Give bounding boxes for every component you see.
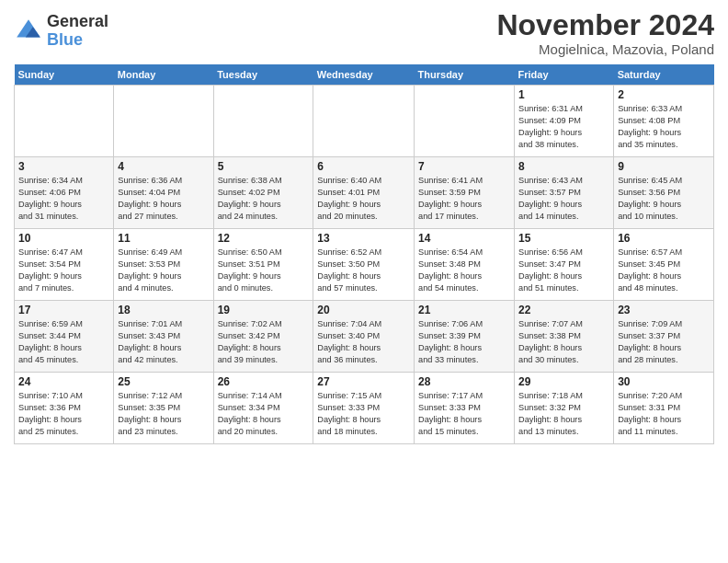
calendar-cell: 10Sunrise: 6:47 AM Sunset: 3:54 PM Dayli… bbox=[15, 229, 114, 301]
day-number: 19 bbox=[218, 304, 310, 316]
day-info: Sunrise: 7:06 AM Sunset: 3:39 PM Dayligh… bbox=[418, 318, 510, 366]
day-number: 14 bbox=[418, 232, 510, 245]
day-number: 11 bbox=[118, 232, 209, 245]
day-info: Sunrise: 6:43 AM Sunset: 3:57 PM Dayligh… bbox=[518, 175, 609, 223]
day-number: 1 bbox=[518, 88, 609, 101]
calendar-week-row: 10Sunrise: 6:47 AM Sunset: 3:54 PM Dayli… bbox=[15, 229, 714, 301]
day-number: 15 bbox=[518, 232, 609, 245]
month-title: November 2024 bbox=[496, 9, 714, 41]
day-info: Sunrise: 7:01 AM Sunset: 3:43 PM Dayligh… bbox=[118, 318, 209, 366]
day-number: 9 bbox=[618, 160, 710, 173]
calendar-cell: 28Sunrise: 7:17 AM Sunset: 3:33 PM Dayli… bbox=[415, 373, 515, 444]
calendar-cell: 6Sunrise: 6:40 AM Sunset: 4:01 PM Daylig… bbox=[313, 157, 415, 229]
calendar-cell: 7Sunrise: 6:41 AM Sunset: 3:59 PM Daylig… bbox=[415, 157, 515, 229]
day-number: 12 bbox=[218, 232, 310, 245]
calendar-cell bbox=[114, 86, 213, 157]
day-info: Sunrise: 7:09 AM Sunset: 3:37 PM Dayligh… bbox=[618, 318, 710, 366]
day-number: 30 bbox=[618, 375, 710, 388]
logo-text: General Blue bbox=[47, 13, 108, 50]
day-info: Sunrise: 7:17 AM Sunset: 3:33 PM Dayligh… bbox=[418, 390, 510, 438]
calendar-cell: 8Sunrise: 6:43 AM Sunset: 3:57 PM Daylig… bbox=[515, 157, 614, 229]
day-info: Sunrise: 6:34 AM Sunset: 4:06 PM Dayligh… bbox=[18, 175, 109, 223]
day-number: 28 bbox=[418, 375, 510, 388]
day-info: Sunrise: 6:50 AM Sunset: 3:51 PM Dayligh… bbox=[218, 247, 310, 294]
calendar-cell: 22Sunrise: 7:07 AM Sunset: 3:38 PM Dayli… bbox=[515, 301, 614, 373]
day-number: 18 bbox=[118, 304, 209, 316]
day-info: Sunrise: 7:18 AM Sunset: 3:32 PM Dayligh… bbox=[518, 390, 609, 438]
day-info: Sunrise: 6:49 AM Sunset: 3:53 PM Dayligh… bbox=[118, 247, 209, 294]
day-info: Sunrise: 6:36 AM Sunset: 4:04 PM Dayligh… bbox=[118, 175, 209, 223]
day-info: Sunrise: 7:14 AM Sunset: 3:34 PM Dayligh… bbox=[218, 390, 310, 438]
day-number: 7 bbox=[418, 160, 510, 173]
day-of-week-tuesday: Tuesday bbox=[213, 64, 313, 86]
day-of-week-sunday: Sunday bbox=[15, 64, 114, 86]
calendar-cell: 19Sunrise: 7:02 AM Sunset: 3:42 PM Dayli… bbox=[213, 301, 313, 373]
day-info: Sunrise: 6:33 AM Sunset: 4:08 PM Dayligh… bbox=[618, 103, 710, 151]
day-number: 6 bbox=[317, 160, 410, 173]
day-number: 8 bbox=[518, 160, 609, 173]
title-block: November 2024 Mogielnica, Mazovia, Polan… bbox=[496, 9, 714, 57]
day-number: 10 bbox=[18, 232, 109, 245]
calendar-cell: 25Sunrise: 7:12 AM Sunset: 3:35 PM Dayli… bbox=[114, 373, 213, 444]
day-number: 17 bbox=[18, 304, 109, 316]
calendar-week-row: 3Sunrise: 6:34 AM Sunset: 4:06 PM Daylig… bbox=[15, 157, 714, 229]
day-info: Sunrise: 7:07 AM Sunset: 3:38 PM Dayligh… bbox=[518, 318, 609, 366]
day-number: 25 bbox=[118, 375, 209, 388]
calendar-cell: 30Sunrise: 7:20 AM Sunset: 3:31 PM Dayli… bbox=[614, 373, 714, 444]
calendar-cell: 15Sunrise: 6:56 AM Sunset: 3:47 PM Dayli… bbox=[515, 229, 614, 301]
calendar-cell: 4Sunrise: 6:36 AM Sunset: 4:04 PM Daylig… bbox=[114, 157, 213, 229]
calendar-week-row: 24Sunrise: 7:10 AM Sunset: 3:36 PM Dayli… bbox=[15, 373, 714, 444]
day-info: Sunrise: 6:38 AM Sunset: 4:02 PM Dayligh… bbox=[218, 175, 310, 223]
calendar-week-row: 17Sunrise: 6:59 AM Sunset: 3:44 PM Dayli… bbox=[15, 301, 714, 373]
day-info: Sunrise: 6:40 AM Sunset: 4:01 PM Dayligh… bbox=[317, 175, 410, 223]
calendar-cell: 5Sunrise: 6:38 AM Sunset: 4:02 PM Daylig… bbox=[213, 157, 313, 229]
page-container: General Blue November 2024 Mogielnica, M… bbox=[0, 0, 728, 454]
calendar-table: SundayMondayTuesdayWednesdayThursdayFrid… bbox=[14, 64, 714, 444]
calendar-cell: 16Sunrise: 6:57 AM Sunset: 3:45 PM Dayli… bbox=[614, 229, 714, 301]
day-info: Sunrise: 6:31 AM Sunset: 4:09 PM Dayligh… bbox=[518, 103, 609, 151]
day-number: 22 bbox=[518, 304, 609, 316]
day-number: 27 bbox=[317, 375, 410, 388]
calendar-cell: 20Sunrise: 7:04 AM Sunset: 3:40 PM Dayli… bbox=[313, 301, 415, 373]
day-number: 4 bbox=[118, 160, 209, 173]
day-number: 21 bbox=[418, 304, 510, 316]
day-info: Sunrise: 7:15 AM Sunset: 3:33 PM Dayligh… bbox=[317, 390, 410, 438]
day-number: 23 bbox=[618, 304, 710, 316]
calendar-cell: 27Sunrise: 7:15 AM Sunset: 3:33 PM Dayli… bbox=[313, 373, 415, 444]
calendar-cell: 11Sunrise: 6:49 AM Sunset: 3:53 PM Dayli… bbox=[114, 229, 213, 301]
day-of-week-friday: Friday bbox=[515, 64, 614, 86]
day-info: Sunrise: 7:20 AM Sunset: 3:31 PM Dayligh… bbox=[618, 390, 710, 438]
day-number: 16 bbox=[618, 232, 710, 245]
calendar-cell bbox=[15, 86, 114, 157]
calendar-cell: 21Sunrise: 7:06 AM Sunset: 3:39 PM Dayli… bbox=[415, 301, 515, 373]
day-info: Sunrise: 6:57 AM Sunset: 3:45 PM Dayligh… bbox=[618, 247, 710, 294]
calendar-cell: 3Sunrise: 6:34 AM Sunset: 4:06 PM Daylig… bbox=[15, 157, 114, 229]
day-number: 29 bbox=[518, 375, 609, 388]
logo-icon bbox=[14, 17, 43, 46]
day-info: Sunrise: 6:47 AM Sunset: 3:54 PM Dayligh… bbox=[18, 247, 109, 294]
calendar-cell: 18Sunrise: 7:01 AM Sunset: 3:43 PM Dayli… bbox=[114, 301, 213, 373]
calendar-cell: 26Sunrise: 7:14 AM Sunset: 3:34 PM Dayli… bbox=[213, 373, 313, 444]
calendar-cell: 23Sunrise: 7:09 AM Sunset: 3:37 PM Dayli… bbox=[614, 301, 714, 373]
calendar-cell: 12Sunrise: 6:50 AM Sunset: 3:51 PM Dayli… bbox=[213, 229, 313, 301]
calendar-cell: 14Sunrise: 6:54 AM Sunset: 3:48 PM Dayli… bbox=[415, 229, 515, 301]
day-number: 2 bbox=[618, 88, 710, 101]
day-info: Sunrise: 6:45 AM Sunset: 3:56 PM Dayligh… bbox=[618, 175, 710, 223]
day-info: Sunrise: 7:12 AM Sunset: 3:35 PM Dayligh… bbox=[118, 390, 209, 438]
day-number: 24 bbox=[18, 375, 109, 388]
calendar-cell: 2Sunrise: 6:33 AM Sunset: 4:08 PM Daylig… bbox=[614, 86, 714, 157]
location-text: Mogielnica, Mazovia, Poland bbox=[496, 41, 714, 57]
logo-blue-text: Blue bbox=[47, 31, 108, 50]
header: General Blue November 2024 Mogielnica, M… bbox=[14, 9, 714, 57]
logo: General Blue bbox=[14, 13, 108, 50]
day-info: Sunrise: 6:59 AM Sunset: 3:44 PM Dayligh… bbox=[18, 318, 109, 366]
calendar-cell bbox=[415, 86, 515, 157]
day-info: Sunrise: 6:41 AM Sunset: 3:59 PM Dayligh… bbox=[418, 175, 510, 223]
calendar-header-row: SundayMondayTuesdayWednesdayThursdayFrid… bbox=[15, 64, 714, 86]
calendar-cell bbox=[313, 86, 415, 157]
day-number: 26 bbox=[218, 375, 310, 388]
day-info: Sunrise: 6:56 AM Sunset: 3:47 PM Dayligh… bbox=[518, 247, 609, 294]
day-number: 20 bbox=[317, 304, 410, 316]
day-number: 13 bbox=[317, 232, 410, 245]
day-info: Sunrise: 7:02 AM Sunset: 3:42 PM Dayligh… bbox=[218, 318, 310, 366]
